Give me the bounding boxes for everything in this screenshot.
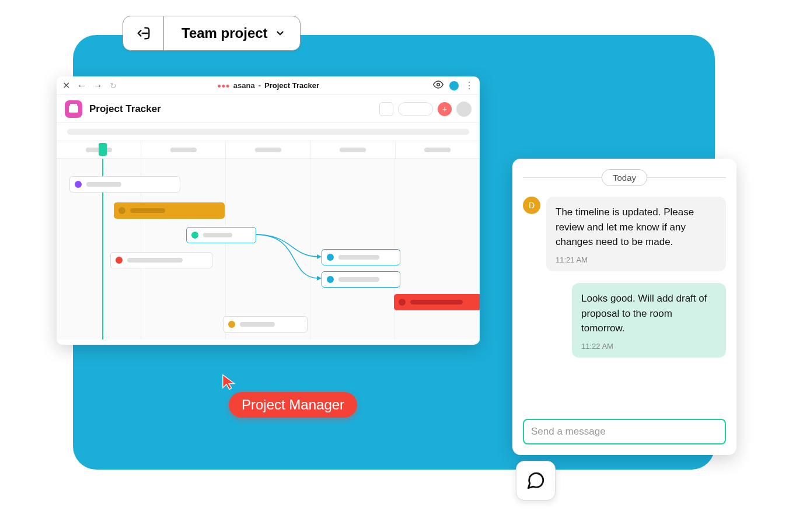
timeline-column-header	[141, 141, 226, 158]
more-menu-icon[interactable]: ⋮	[465, 80, 474, 91]
message-bubble: Looks good. Will add draft of proposal t…	[572, 283, 726, 358]
chat-message: Looks good. Will add draft of proposal t…	[523, 283, 726, 358]
presence-indicator-icon	[449, 81, 459, 90]
avatar: D	[523, 197, 540, 214]
add-button[interactable]: +	[438, 102, 452, 116]
browser-tab-title: ●●● asana - Project Tracker	[217, 81, 319, 90]
task-bar[interactable]	[223, 316, 308, 332]
task-bar[interactable]	[322, 249, 400, 265]
task-bar[interactable]	[110, 252, 212, 268]
svg-marker-2	[317, 276, 322, 281]
asana-brand-text: asana	[233, 81, 255, 90]
message-time: 11:22 AM	[581, 341, 717, 352]
browser-window: ✕ ← → ↻ ●●● asana - Project Tracker ⋮ Pr…	[57, 76, 480, 345]
today-marker-icon	[99, 143, 107, 156]
task-bar[interactable]	[114, 202, 225, 219]
chat-message: D The timeline is updated. Please review…	[523, 197, 726, 271]
avatar[interactable]	[456, 102, 472, 117]
svg-point-0	[437, 83, 440, 86]
timeline-body	[57, 159, 480, 340]
refresh-icon[interactable]: ↻	[110, 81, 117, 90]
chat-panel: Today D The timeline is updated. Please …	[512, 159, 736, 455]
cursor-label: Project Manager	[229, 392, 357, 418]
task-bar[interactable]	[394, 294, 480, 310]
message-bubble: The timeline is updated. Please review a…	[546, 197, 726, 271]
exit-button[interactable]	[123, 16, 164, 50]
timeline-header	[57, 141, 480, 159]
subheader-placeholder	[67, 129, 469, 135]
chat-input-wrap	[523, 419, 726, 444]
close-icon[interactable]: ✕	[62, 80, 70, 91]
timeline-column-header	[311, 141, 396, 158]
chevron-down-icon	[275, 28, 285, 38]
asana-logo-icon: ●●●	[217, 82, 230, 90]
tab-title-text: Project Tracker	[264, 81, 319, 90]
team-project-label: Team project	[181, 25, 268, 41]
message-text: The timeline is updated. Please review a…	[556, 205, 717, 250]
header-action-1[interactable]	[379, 102, 393, 116]
svg-marker-1	[317, 254, 322, 259]
task-bar[interactable]	[69, 176, 180, 192]
team-project-dropdown[interactable]: Team project	[123, 16, 301, 51]
visibility-icon[interactable]	[433, 79, 444, 92]
back-icon[interactable]: ←	[77, 80, 86, 91]
project-title: Project Tracker	[89, 103, 161, 115]
chat-date-label: Today	[602, 169, 647, 186]
task-bar[interactable]	[322, 271, 400, 288]
chat-toggle-button[interactable]	[516, 461, 556, 501]
project-icon	[65, 100, 82, 118]
browser-nav-bar: ✕ ← → ↻ ●●● asana - Project Tracker ⋮	[57, 76, 480, 95]
header-action-2[interactable]	[398, 102, 433, 116]
cursor-icon	[221, 373, 238, 391]
chat-date-divider: Today	[523, 169, 726, 186]
message-time: 11:21 AM	[556, 254, 717, 266]
project-header: Project Tracker +	[57, 95, 480, 123]
title-separator: -	[259, 81, 261, 90]
message-text: Looks good. Will add draft of proposal t…	[581, 291, 717, 336]
chat-icon	[526, 471, 546, 491]
forward-icon[interactable]: →	[93, 80, 103, 91]
team-project-label-wrap: Team project	[164, 25, 300, 41]
chat-input[interactable]	[523, 419, 726, 444]
timeline-column-header	[396, 141, 480, 158]
timeline-column-header	[226, 141, 310, 158]
task-bar[interactable]	[186, 227, 256, 243]
exit-icon	[135, 25, 152, 41]
project-subheader	[57, 123, 480, 141]
